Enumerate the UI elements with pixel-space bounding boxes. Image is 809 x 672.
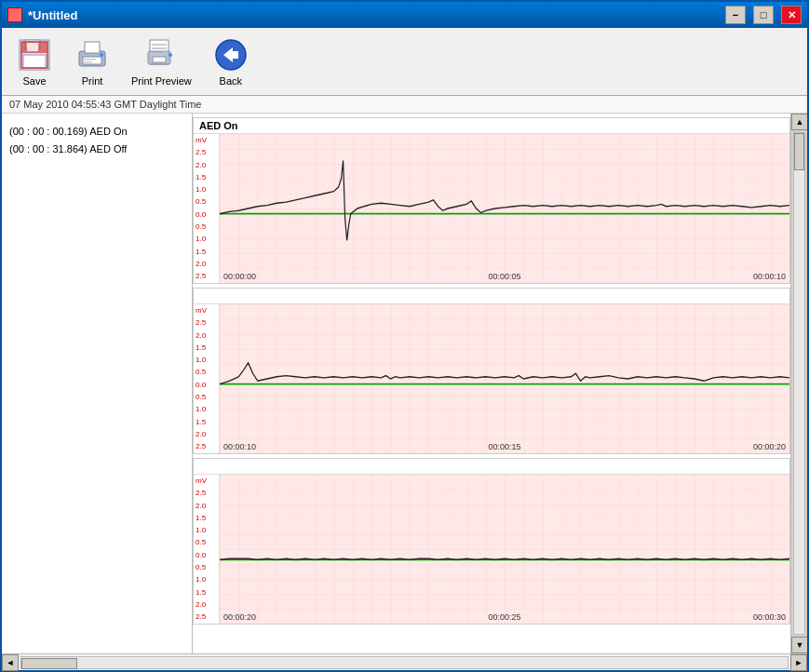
ecg-waveform-3 bbox=[220, 475, 789, 624]
ecg-graph-2: 00:00:10 00:00:15 00:00:20 bbox=[220, 304, 789, 453]
ecg-waveform-1 bbox=[220, 134, 789, 283]
save-label: Save bbox=[22, 75, 46, 87]
scroll-right-button[interactable]: ► bbox=[790, 654, 807, 671]
title-bar: *Untitled − □ ✕ bbox=[2, 2, 807, 28]
svg-rect-26 bbox=[220, 304, 789, 453]
back-icon bbox=[212, 36, 249, 74]
event-row-2: (00 : 00 : 31.864) AED Off bbox=[9, 141, 184, 158]
horizontal-scrollbar[interactable]: ◄ ► bbox=[2, 653, 807, 670]
event-row-1: (00 : 00 : 00.169) AED On bbox=[9, 123, 184, 141]
print-preview-label: Print Preview bbox=[131, 75, 192, 87]
close-button[interactable]: ✕ bbox=[781, 6, 802, 24]
svg-rect-14 bbox=[152, 44, 167, 46]
window-title: *Untitled bbox=[28, 8, 718, 22]
print-label: Print bbox=[82, 75, 103, 87]
event-label-1: AED On bbox=[89, 126, 127, 137]
ecg-body-2: mV 2.5 2.0 1.5 1.0 0.5 0.0 0.5 1.0 1.5 2… bbox=[194, 304, 789, 453]
ecg-graph-3: 00:00:20 00:00:25 00:00:30 bbox=[220, 475, 789, 624]
scroll-up-button[interactable]: ▲ bbox=[791, 114, 807, 130]
ecg-timeline-3: 00:00:20 00:00:25 00:00:30 bbox=[220, 612, 789, 622]
back-label: Back bbox=[220, 75, 242, 87]
timestamp: 07 May 2010 04:55:43 GMT Daylight Time bbox=[9, 99, 201, 110]
ecg-header-1: AED On bbox=[194, 118, 789, 134]
ecg-header-2 bbox=[194, 289, 789, 304]
svg-rect-15 bbox=[152, 47, 167, 49]
svg-point-19 bbox=[169, 53, 172, 57]
ecg-scale-3: mV 2.5 2.0 1.5 1.0 0.5 0.0 0.5 1.0 1.5 2… bbox=[194, 475, 220, 624]
print-preview-icon bbox=[142, 36, 180, 74]
ecg-body-3: mV 2.5 2.0 1.5 1.0 0.5 0.0 0.5 1.0 1.5 2… bbox=[194, 475, 789, 624]
ecg-header-3 bbox=[194, 459, 789, 475]
status-bar: 07 May 2010 04:55:43 GMT Daylight Time bbox=[2, 96, 807, 114]
ecg-timeline-2: 00:00:10 00:00:15 00:00:20 bbox=[220, 442, 789, 451]
svg-rect-23 bbox=[220, 134, 789, 283]
svg-rect-6 bbox=[27, 43, 38, 51]
scroll-track[interactable] bbox=[793, 132, 805, 635]
events-panel: (00 : 00 : 00.169) AED On (00 : 00 : 31.… bbox=[2, 114, 193, 653]
print-preview-button[interactable]: Print Preview bbox=[125, 32, 198, 91]
minimize-button[interactable]: − bbox=[725, 6, 746, 24]
save-button[interactable]: Save bbox=[9, 32, 60, 91]
print-button[interactable]: Print bbox=[67, 32, 117, 91]
main-window: *Untitled − □ ✕ Save bbox=[0, 0, 809, 672]
svg-point-10 bbox=[100, 53, 103, 57]
ecg-timeline-1: 00:00:00 00:00:05 00:00:10 bbox=[220, 272, 789, 281]
scroll-hthumb[interactable] bbox=[21, 658, 77, 669]
right-area: AED On mV 2.5 2.0 1.5 1.0 0.5 0.0 0.5 1.… bbox=[193, 114, 807, 653]
ecg-graph-1: 00:00:00 00:00:05 00:00:10 bbox=[220, 134, 789, 283]
scroll-down-button[interactable]: ▼ bbox=[791, 637, 807, 653]
svg-rect-11 bbox=[83, 59, 96, 60]
ecg-scale-1: mV 2.5 2.0 1.5 1.0 0.5 0.0 0.5 1.0 1.5 2… bbox=[194, 134, 220, 283]
back-button[interactable]: Back bbox=[206, 32, 256, 91]
toolbar: Save Print bbox=[2, 28, 807, 96]
ecg-scale-2: mV 2.5 2.0 1.5 1.0 0.5 0.0 0.5 1.0 1.5 2… bbox=[194, 304, 220, 453]
ecg-body-1: mV 2.5 2.0 1.5 1.0 0.5 0.0 0.5 1.0 1.5 2… bbox=[194, 134, 789, 283]
ecg-waveform-2 bbox=[220, 304, 789, 453]
svg-rect-29 bbox=[220, 475, 789, 624]
ecg-section-1: AED On mV 2.5 2.0 1.5 1.0 0.5 0.0 0.5 1.… bbox=[193, 117, 790, 284]
svg-rect-9 bbox=[85, 42, 100, 53]
scroll-htrack[interactable] bbox=[20, 656, 789, 669]
print-icon bbox=[74, 36, 111, 74]
vertical-scrollbar[interactable]: ▲ ▼ bbox=[790, 114, 807, 653]
maximize-button[interactable]: □ bbox=[753, 6, 774, 24]
svg-rect-12 bbox=[83, 61, 92, 63]
main-content: (00 : 00 : 00.169) AED On (00 : 00 : 31.… bbox=[2, 114, 807, 653]
svg-rect-8 bbox=[83, 57, 101, 64]
scroll-thumb[interactable] bbox=[794, 133, 804, 170]
scroll-left-button[interactable]: ◄ bbox=[2, 654, 19, 671]
svg-rect-18 bbox=[153, 57, 166, 62]
svg-rect-2 bbox=[23, 55, 46, 68]
app-icon bbox=[7, 7, 22, 22]
event-label-2: AED Off bbox=[89, 143, 127, 155]
ecg-sections-container: AED On mV 2.5 2.0 1.5 1.0 0.5 0.0 0.5 1.… bbox=[193, 114, 790, 653]
ecg-section-3: mV 2.5 2.0 1.5 1.0 0.5 0.0 0.5 1.0 1.5 2… bbox=[193, 458, 790, 625]
event-time-1: (00 : 00 : 00.169) bbox=[9, 126, 88, 137]
save-icon bbox=[16, 36, 53, 74]
ecg-section-2: mV 2.5 2.0 1.5 1.0 0.5 0.0 0.5 1.0 1.5 2… bbox=[193, 288, 790, 454]
event-time-2: (00 : 00 : 31.864) bbox=[9, 143, 88, 155]
